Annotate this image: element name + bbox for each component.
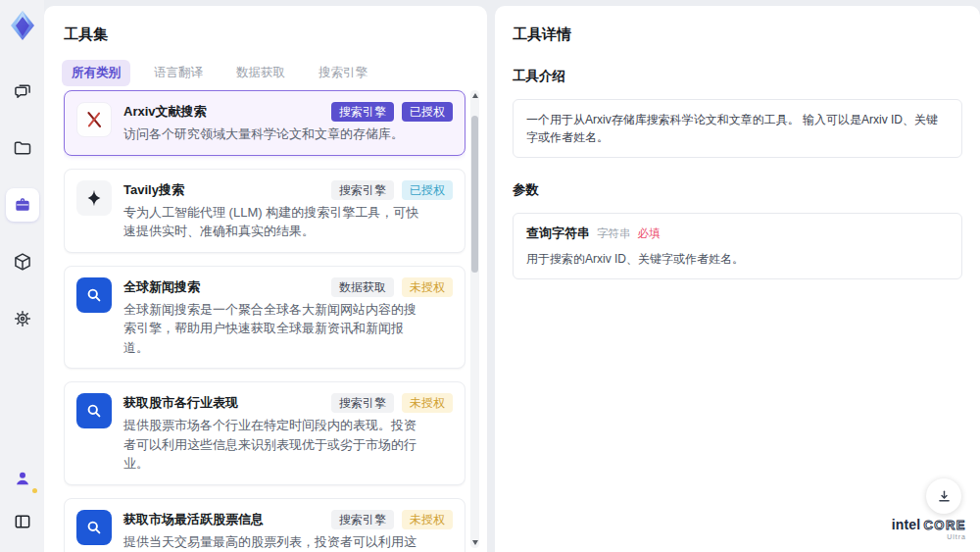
page-title: 工具集 xyxy=(64,25,487,44)
app-rail xyxy=(0,0,44,552)
tool-description: 专为人工智能代理 (LLM) 构建的搜索引擎工具，可快速提供实时、准确和真实的结… xyxy=(123,203,419,241)
auth-status-badge: 已授权 xyxy=(402,180,453,200)
tool-card-global-news[interactable]: 全球新闻搜索 全球新闻搜索是一个聚合全球各大新闻网站内容的搜索引擎，帮助用户快速… xyxy=(64,266,466,370)
param-name: 查询字符串 xyxy=(526,225,590,242)
settings-gear-icon[interactable] xyxy=(6,302,39,335)
scrollbar-thumb[interactable] xyxy=(471,116,478,273)
detail-title: 工具详情 xyxy=(513,25,980,44)
category-badge: 搜索引擎 xyxy=(331,102,394,122)
tool-card-sector-performance[interactable]: 获取股市各行业表现 提供股票市场各个行业在特定时间段内的表现。投资者可以利用这些… xyxy=(64,381,466,485)
category-badge: 搜索引擎 xyxy=(331,180,394,200)
tool-card-most-active-stocks[interactable]: 获取市场最活跃股票信息 提供当天交易量最高的股票列表，投资者可以利用这些信息来识… xyxy=(64,498,466,552)
scrollbar[interactable] xyxy=(470,90,479,548)
blue-magnifier-icon xyxy=(76,510,112,545)
tab-language-translation[interactable]: 语言翻译 xyxy=(144,60,213,86)
tool-card-arxiv[interactable]: Arxiv文献搜索 访问各个研究领域大量科学论文和文章的存储库。 搜索引擎 已授… xyxy=(64,90,466,156)
blue-magnifier-icon xyxy=(76,393,112,428)
param-description: 用于搜索的Arxiv ID、关键字或作者姓名。 xyxy=(526,251,949,268)
folder-icon[interactable] xyxy=(6,131,39,165)
auth-status-badge: 已授权 xyxy=(402,102,453,122)
params-heading: 参数 xyxy=(513,181,980,199)
param-type: 字符串 xyxy=(597,226,631,241)
intel-core-logo: intel CORE Ultra xyxy=(892,518,966,540)
tool-list: Arxiv文献搜索 访问各个研究领域大量科学论文和文章的存储库。 搜索引擎 已授… xyxy=(64,90,466,552)
app-logo xyxy=(7,10,38,41)
intro-text: 一个用于从Arxiv存储库搜索科学论文和文章的工具。 输入可以是Arxiv ID… xyxy=(526,111,949,146)
download-button[interactable] xyxy=(926,478,961,514)
auth-status-badge: 未授权 xyxy=(402,393,453,413)
tool-detail-panel: 工具详情 工具介绍 一个用于从Arxiv存储库搜索科学论文和文章的工具。 输入可… xyxy=(495,6,980,552)
auth-status-badge: 未授权 xyxy=(402,277,453,297)
param-box: 查询字符串 字符串 必填 用于搜索的Arxiv ID、关键字或作者姓名。 xyxy=(513,213,962,279)
category-tabs: 所有类别 语言翻译 数据获取 搜索引擎 xyxy=(62,60,487,86)
tool-description: 访问各个研究领域大量科学论文和文章的存储库。 xyxy=(123,125,404,144)
intro-heading: 工具介绍 xyxy=(513,68,980,85)
sparkle-star-icon xyxy=(76,180,112,216)
tab-search-engine[interactable]: 搜索引擎 xyxy=(309,60,377,86)
sidebar-toggle-icon[interactable] xyxy=(6,505,39,538)
tool-card-tavily[interactable]: Tavily搜索 专为人工智能代理 (LLM) 构建的搜索引擎工具，可快速提供实… xyxy=(64,169,466,253)
tool-list-panel: 工具集 所有类别 语言翻译 数据获取 搜索引擎 Arxiv文献搜索 访问各个研究… xyxy=(44,6,487,552)
auth-status-badge: 未授权 xyxy=(402,510,453,529)
ultra-wordmark: Ultra xyxy=(892,533,966,540)
arxiv-logo-icon xyxy=(76,102,112,137)
tab-all-categories[interactable]: 所有类别 xyxy=(62,60,130,86)
category-badge: 数据获取 xyxy=(331,277,394,297)
tab-data-fetch[interactable]: 数据获取 xyxy=(226,60,295,86)
intel-wordmark: intel xyxy=(892,518,921,531)
download-icon xyxy=(936,488,953,505)
tool-description: 提供当天交易量最高的股票列表，投资者可以利用这些信息来识别流动性强的股票和潜在的… xyxy=(123,532,419,552)
blue-magnifier-icon xyxy=(76,277,112,313)
category-badge: 搜索引擎 xyxy=(331,393,394,413)
user-avatar-icon[interactable] xyxy=(6,462,39,495)
core-wordmark: CORE xyxy=(923,519,966,531)
tool-description: 全球新闻搜索是一个聚合全球各大新闻网站内容的搜索引擎，帮助用户快速获取全球最新资… xyxy=(123,300,419,358)
scroll-up-arrow-icon[interactable] xyxy=(472,93,478,98)
scroll-down-arrow-icon[interactable] xyxy=(472,540,478,545)
chat-icon[interactable] xyxy=(6,75,39,108)
toolbox-icon[interactable] xyxy=(6,188,39,222)
intro-box: 一个用于从Arxiv存储库搜索科学论文和文章的工具。 输入可以是Arxiv ID… xyxy=(513,99,962,158)
package-icon[interactable] xyxy=(6,245,39,278)
user-status-dot xyxy=(32,488,37,493)
tool-description: 提供股票市场各个行业在特定时间段内的表现。投资者可以利用这些信息来识别表现优于或… xyxy=(123,416,419,474)
param-required-label: 必填 xyxy=(638,226,661,241)
category-badge: 搜索引擎 xyxy=(331,510,394,529)
